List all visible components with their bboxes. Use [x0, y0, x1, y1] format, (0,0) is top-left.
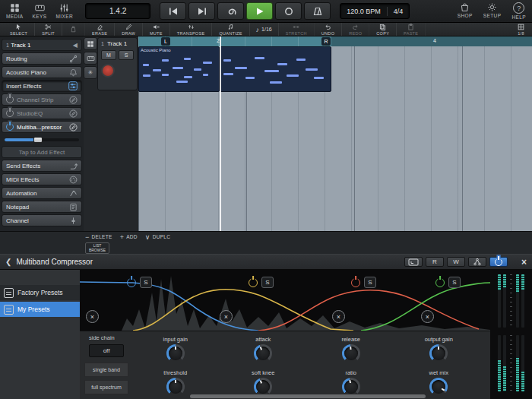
slider-thumb[interactable] — [33, 137, 43, 143]
timeline-ruler[interactable]: 2 3 4 L R — [138, 36, 532, 46]
inspector-item-midi-eff.ects[interactable]: MIDI Effects — [2, 173, 82, 185]
band-solo-button[interactable]: S — [448, 277, 461, 288]
band-power-button[interactable] — [127, 278, 136, 287]
keys-button[interactable]: KEYS — [33, 3, 47, 19]
inspector-item-insert-effects[interactable]: Insert Effects — [2, 80, 82, 92]
inspector-item-instrument[interactable]: Acoustic Piano — [2, 66, 82, 78]
grid-settings-button[interactable] — [84, 37, 97, 50]
erase-tool-button[interactable]: ERASE — [85, 23, 115, 36]
grid-value-button[interactable]: 1/8 — [510, 23, 532, 36]
attack-knob[interactable] — [254, 344, 272, 363]
band-power-button[interactable] — [435, 278, 445, 287]
crossover-display[interactable]: S S S S — [80, 270, 490, 331]
redo-button[interactable]: REDO — [342, 23, 369, 36]
band-solo-button[interactable]: S — [140, 277, 152, 288]
power-icon[interactable] — [6, 123, 14, 131]
close-panel-button[interactable]: × — [521, 257, 527, 268]
ratio-knob[interactable] — [342, 378, 360, 396]
inspector-track-header[interactable]: 1 Track 1 ◀ — [2, 39, 82, 51]
detach-window-button[interactable] — [404, 257, 423, 267]
play-button[interactable] — [246, 2, 273, 20]
side-chain-off-button[interactable]: off — [89, 344, 124, 357]
wet-mix-knob[interactable] — [429, 378, 448, 396]
effect-slot-channel-strip[interactable]: Channel Strip — [2, 93, 82, 106]
output-gain-knob[interactable] — [429, 344, 448, 363]
slider-track[interactable] — [5, 138, 79, 141]
mixer-button[interactable]: MIXER — [56, 3, 74, 19]
routing-button[interactable] — [468, 257, 486, 267]
power-icon[interactable] — [6, 96, 14, 103]
band-solo-button[interactable]: S — [364, 277, 376, 288]
metronome-button[interactable] — [304, 2, 331, 20]
delete-button[interactable]: −DELETE — [85, 234, 112, 240]
playhead[interactable] — [220, 36, 221, 231]
effect-power-button[interactable] — [489, 257, 508, 267]
quantize-button[interactable]: QUANTIZE — [212, 23, 249, 36]
effect-slot-studioeq[interactable]: StudioEQ — [2, 107, 82, 119]
draw-tool-button[interactable]: DRAW — [115, 23, 143, 36]
threshold-knob[interactable] — [166, 378, 185, 396]
collapse-arrow-icon[interactable]: ◀ — [73, 42, 78, 49]
freeze-button[interactable]: ✳ — [84, 66, 97, 79]
setup-button[interactable]: SETUP — [483, 2, 502, 20]
automation-read-button[interactable]: R — [426, 257, 444, 267]
effect-mix-slider[interactable] — [5, 135, 79, 144]
midi-clip[interactable]: Acoustic Piano — [138, 46, 220, 92]
select-tool-button[interactable]: SELECT — [3, 23, 35, 36]
duplicate-button[interactable]: ∨DUPLC — [145, 234, 170, 240]
shop-button[interactable]: SHOP — [458, 2, 473, 20]
paste-button[interactable]: PASTE — [397, 23, 426, 36]
inspector-item-channel[interactable]: Channel — [2, 214, 82, 226]
record-arm-button[interactable] — [101, 64, 115, 78]
stretch-tool-button[interactable]: STRETCH — [279, 23, 315, 36]
band-remove-button[interactable] — [421, 310, 434, 323]
arrange-canvas[interactable]: 2 3 4 L R Acoustic Piano — [138, 36, 532, 231]
input-gain-knob[interactable] — [166, 344, 185, 363]
inspector-item-automation[interactable]: Automation — [2, 187, 82, 199]
media-button[interactable]: MEDIA — [6, 3, 24, 19]
effect-slot-multiband-compressor[interactable]: Multiba...pressor — [2, 121, 82, 133]
transpose-tool-button[interactable]: TRANSPOSE — [170, 23, 213, 36]
band-power-button[interactable] — [351, 278, 360, 287]
glue-tool-button[interactable] — [62, 23, 85, 36]
band-remove-button[interactable] — [86, 310, 99, 323]
inspector-item-send-effects[interactable]: Send Effects — [2, 160, 82, 172]
quantize-value-selector[interactable]: ♪ 1/16 — [250, 23, 279, 36]
inspector-item-notepad[interactable]: Notepad — [2, 201, 82, 213]
inspector-item-routing[interactable]: Routing — [2, 52, 82, 65]
cycle-button[interactable] — [217, 2, 244, 20]
edit-effect-icon[interactable] — [69, 109, 78, 118]
edit-effect-icon[interactable] — [69, 96, 78, 104]
tempo-display[interactable]: 120.0 BPM 4/4 — [340, 3, 410, 19]
undo-button[interactable]: UNDO — [315, 23, 342, 36]
add-button[interactable]: +ADD — [120, 234, 138, 240]
go-to-end-button[interactable] — [188, 2, 215, 20]
tap-to-add-effect-button[interactable]: Tap to Add Effect — [2, 146, 82, 158]
full-spectrum-button[interactable]: full spectrum — [84, 380, 128, 394]
go-to-start-button[interactable] — [160, 2, 186, 20]
solo-button[interactable]: S — [119, 50, 134, 60]
band-power-button[interactable] — [249, 278, 258, 287]
mute-button[interactable]: M — [101, 50, 116, 60]
release-knob[interactable] — [342, 344, 360, 363]
midi-clip[interactable] — [220, 46, 331, 92]
split-tool-button[interactable]: SPLIT — [35, 23, 62, 36]
project-name-display[interactable]: 1.4.2 — [85, 3, 150, 19]
back-chevron-icon[interactable]: ❮ — [5, 258, 11, 266]
left-locator-marker[interactable]: L — [161, 37, 170, 46]
preset-my-presets[interactable]: My Presets — [0, 302, 80, 317]
track-header[interactable]: 1 Track 1 M S — [97, 37, 138, 90]
mute-tool-button[interactable]: MUTE — [143, 23, 170, 36]
help-button[interactable]: HELP — [511, 2, 526, 20]
power-icon[interactable] — [6, 109, 14, 117]
copy-button[interactable]: COPY — [369, 23, 397, 36]
instrument-button[interactable] — [84, 52, 97, 65]
automation-write-button[interactable]: W — [447, 257, 465, 267]
preset-factory[interactable]: Factory Presets — [0, 285, 80, 300]
record-button[interactable] — [275, 2, 302, 20]
single-band-button[interactable]: single band — [84, 363, 128, 377]
band-solo-button[interactable]: S — [261, 277, 274, 288]
edit-effect-icon[interactable] — [69, 123, 78, 131]
list-browse-button[interactable]: LIST BROWSE — [85, 242, 109, 254]
right-locator-marker[interactable]: R — [321, 37, 331, 46]
